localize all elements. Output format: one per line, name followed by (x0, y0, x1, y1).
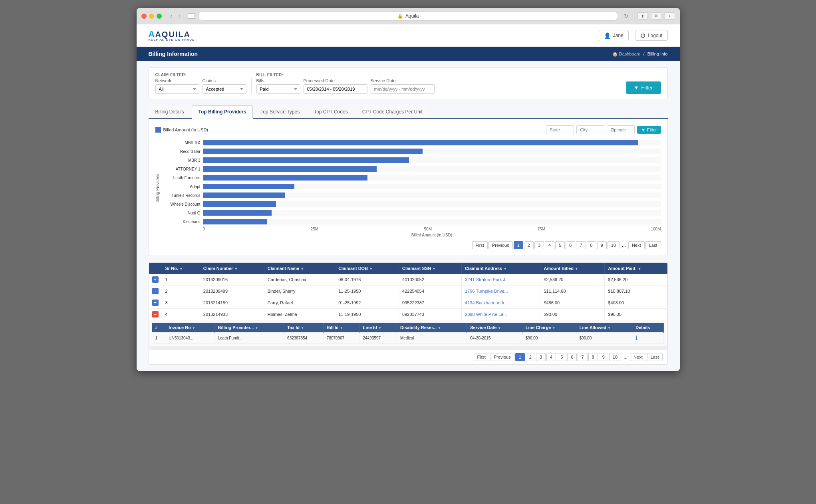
detail-th-line_allowed[interactable]: Line Allowed ▼ (576, 323, 632, 333)
address-link[interactable]: 2898 White Pine La... (465, 312, 507, 317)
expand-button[interactable]: + (152, 288, 159, 294)
th-claimant-dob[interactable]: Claimant DOB ▼ (335, 263, 399, 274)
state-input[interactable] (546, 125, 574, 134)
claimant-address-cell[interactable]: 2898 White Pine La... (462, 309, 540, 320)
tab-top-cpt-codes[interactable]: Top CPT Codes (307, 105, 355, 118)
expand-button[interactable]: + (152, 300, 159, 306)
chart-page-2-button[interactable]: 2 (524, 241, 534, 249)
service-date-input[interactable] (371, 84, 435, 94)
table-page-3-button[interactable]: 3 (536, 353, 546, 361)
chart-page-1-button[interactable]: 1 (514, 241, 523, 249)
chart-page-3-button[interactable]: 3 (534, 241, 544, 249)
horizontal-scrollbar[interactable] (149, 346, 667, 349)
detail-th-service_date[interactable]: Service Date ▼ (467, 323, 522, 333)
detail-th-tax_id[interactable]: Tax Id ▼ (284, 323, 324, 333)
th-claimant-name[interactable]: Claimant Name ▼ (264, 263, 335, 274)
back-button[interactable]: ‹ (168, 12, 175, 20)
claims-select[interactable]: Accepted Pending Rejected (203, 84, 246, 94)
detail-info[interactable]: ℹ (632, 333, 663, 343)
expand-cell[interactable]: + (149, 274, 162, 286)
detail-th-line_charge[interactable]: Line Charge ▼ (522, 323, 576, 333)
share-icon[interactable]: ⬆ (637, 12, 648, 20)
table-page-1-button[interactable]: 1 (515, 353, 525, 361)
table-page-10-button[interactable]: 10 (609, 353, 621, 361)
detail-table: # Invoice No ▼Billing Provider... ▼Tax I… (152, 323, 664, 343)
table-previous-button[interactable]: Previous (490, 353, 514, 361)
bills-select[interactable]: Paid Unpaid All (256, 84, 300, 94)
chart-last-button[interactable]: Last (645, 241, 661, 249)
address-link[interactable]: 3241 Straford Park J... (465, 277, 509, 282)
address-link[interactable]: 1796 Turnpike Drive... (465, 289, 508, 294)
claimant-address-cell[interactable]: 1796 Turnpike Drive... (462, 286, 540, 297)
chart-next-button[interactable]: Next (628, 241, 645, 249)
refresh-button[interactable]: ↻ (621, 12, 631, 20)
chart-page-6-button[interactable]: 6 (566, 241, 575, 249)
table-page-6-button[interactable]: 6 (567, 353, 577, 361)
table-page-9-button[interactable]: 9 (599, 353, 608, 361)
table-page-4-button[interactable]: 4 (546, 353, 556, 361)
detail-th-invoice_no[interactable]: Invoice No ▼ (165, 323, 214, 333)
filter-button[interactable]: ▼ Filter (626, 81, 661, 94)
chart-page-8-button[interactable]: 8 (587, 241, 596, 249)
claimant-address-cell[interactable]: 4134 Buckhannan A... (462, 297, 540, 309)
th-amount-paid[interactable]: Amount Paid- ▼ (605, 263, 667, 274)
logout-button[interactable]: ⏻ Logout (635, 30, 668, 41)
detail-th-disability_reser[interactable]: Disability Reser... ▼ (397, 323, 467, 333)
processed-date-input[interactable] (304, 84, 367, 94)
city-input[interactable] (576, 125, 604, 134)
tab-cpt-code-charges[interactable]: CPT Code Charges Per Unit (355, 105, 429, 118)
bar-row: Leath Furniture (163, 174, 661, 181)
add-tab-icon[interactable]: + (665, 12, 675, 20)
table-first-button[interactable]: First (474, 353, 489, 361)
chart-page-5-button[interactable]: 5 (555, 241, 565, 249)
detail-th-line_id[interactable]: Line Id ▼ (359, 323, 397, 333)
expand-cell[interactable]: + (149, 286, 162, 297)
th-sr-no[interactable]: Sr No. ▼ (162, 263, 200, 274)
tab-billing-details[interactable]: Billing Details (149, 105, 191, 118)
chart-page-4-button[interactable]: 4 (545, 241, 554, 249)
new-tab-icon[interactable]: ⧉ (651, 12, 661, 20)
maximize-button[interactable] (157, 14, 162, 19)
chart-filter-icon: ▼ (641, 127, 645, 132)
table-last-button[interactable]: Last (647, 353, 663, 361)
table-scroll[interactable]: Sr No. ▼ Claim Number ▼ Claimant Name ▼ … (149, 263, 667, 346)
detail-th-details[interactable]: Details (632, 323, 663, 333)
collapse-button[interactable]: − (152, 311, 159, 317)
chart-filter-button[interactable]: ▼ Filter (637, 126, 661, 134)
chart-page-10-button[interactable]: 10 (608, 241, 619, 249)
tab-top-service-types[interactable]: Top Service Types (254, 105, 306, 118)
table-page-2-button[interactable]: 2 (526, 353, 535, 361)
detail-th-billing_provider[interactable]: Billing Provider... ▼ (214, 323, 284, 333)
expand-cell[interactable]: − (149, 309, 162, 320)
bar-label: Record Bar (163, 149, 203, 154)
chart-first-button[interactable]: First (472, 241, 488, 249)
tab-top-billing-providers[interactable]: Top Billing Providers (192, 105, 253, 119)
table-next-button[interactable]: Next (630, 353, 646, 361)
user-button[interactable]: 👤 Jane (599, 30, 629, 41)
bar-fill (203, 219, 267, 224)
network-select[interactable]: All Network A Network B (155, 84, 199, 94)
table-page-7-button[interactable]: 7 (578, 353, 587, 361)
table-page-5-button[interactable]: 5 (557, 353, 566, 361)
minimize-button[interactable] (149, 14, 154, 19)
th-claim-number[interactable]: Claim Number ▼ (200, 263, 264, 274)
th-claimant-address[interactable]: Claimant Address ▼ (462, 263, 540, 274)
zipcode-input[interactable] (607, 125, 635, 134)
info-icon[interactable]: ℹ (635, 335, 637, 341)
chart-page-9-button[interactable]: 9 (597, 241, 607, 249)
chart-page-7-button[interactable]: 7 (576, 241, 586, 249)
detail-th-bill_id[interactable]: Bill Id ▼ (323, 323, 359, 333)
claimant-address-cell[interactable]: 3241 Straford Park J... (462, 274, 540, 286)
address-link[interactable]: 4134 Buckhannan A... (465, 300, 508, 305)
address-bar[interactable]: 🔒 Aquila (198, 11, 618, 21)
th-claimant-ssn[interactable]: Claimant SSN ▼ (399, 263, 462, 274)
th-amount-billed[interactable]: Amount Billed ▼ (540, 263, 605, 274)
table-page-8-button[interactable]: 8 (588, 353, 598, 361)
expand-cell[interactable]: + (149, 297, 162, 309)
close-button[interactable] (141, 14, 147, 19)
chart-previous-button[interactable]: Previous (488, 241, 513, 249)
breadcrumb-home[interactable]: Dashboard (619, 52, 641, 56)
forward-button[interactable]: › (176, 12, 183, 20)
expand-button[interactable]: + (152, 276, 159, 283)
detail-th-num[interactable]: # (152, 323, 165, 333)
